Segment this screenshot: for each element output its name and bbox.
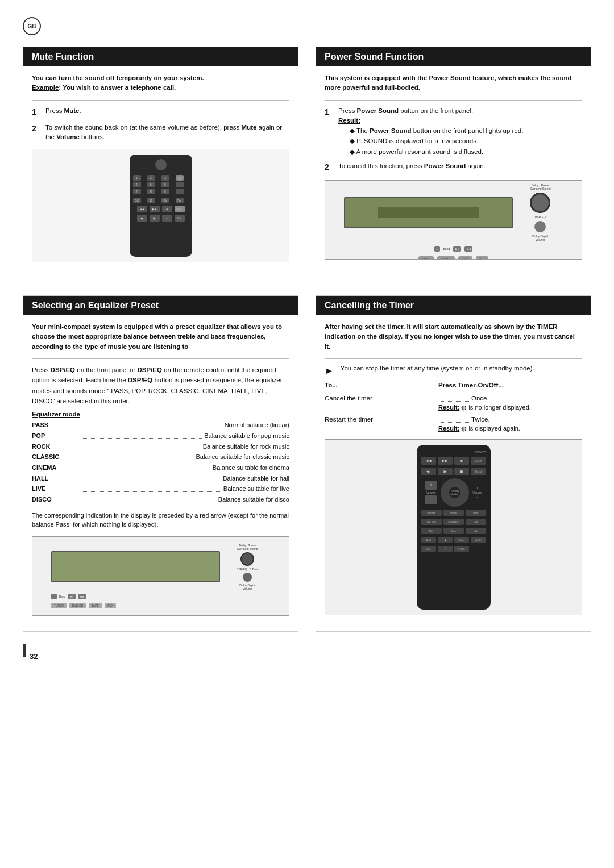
transport-row2: ◀| |▶ □ DK [137,215,185,222]
eq-row-rock: ROCK Balance suitable for rock music [32,441,289,452]
bottom-btn-grid: DS 10 Clr Prg [133,198,189,203]
result-bullet2: P. SOUND is displayed for a few seconds. [350,137,478,144]
cancelling-remote-image: DVD/CD ◀◀ ▶▶ ■ DECK ◀| |▶ ⏹ Band [325,439,582,615]
remote-large: DVD/CD ◀◀ ▶▶ ■ DECK ◀| |▶ ⏹ Band [417,445,491,610]
power-sound-section: Power Sound Function This system is equi… [316,47,591,278]
timer-restart-result: Result: ◍ is displayed again. [325,425,582,432]
eq-panel-image: Dolby PowerSurround Sound DSP/EQ S.Bass … [32,536,289,616]
eq-body: Press DSP/EQ on the front panel or DSP/E… [32,365,289,407]
mute-section: Mute Function You can turn the sound off… [23,47,298,278]
eq-row-hall: HALL Balance suitable for hall [32,473,289,484]
timer-table: To... Press Timer-On/Off... Cancel the t… [325,382,582,432]
cancelling-divider [325,358,582,359]
eq-row-disco: DISCO Balance suitable for disco [32,494,289,505]
eq-row-classic: CLASSIC Balance suitable for classic mus… [32,452,289,462]
rl-btn-grid4: AUX ◀ S.Surr Info Pg [421,537,486,543]
button-grid: 1 2 3 M 4 5 6 7 8 9 [133,175,189,194]
result-bullet1: The Power Sound button on the front pane… [350,127,523,134]
rl-btn-grid3: Nite Tone 1 Hr [421,528,486,534]
power-sound-step1: 1 Press Power Sound button on the front … [325,106,582,157]
mute-step2: 2 To switch the sound back on (at the sa… [32,123,289,143]
rl-nav-ring: TuningMode [441,478,469,507]
eq-row-pass: PASS Normal balance (linear) [32,420,289,431]
mute-intro: You can turn the sound off temporarily o… [32,73,289,93]
rl-transport1: ◀◀ ▶▶ ■ DECK [421,457,486,465]
power-btn [155,159,167,170]
eq-row-live: LIVE Balance suitable for live [32,483,289,494]
rl-top-labels: DVD/CD [421,450,486,454]
equalizer-section: Selecting an Equalizer Preset Your mini-… [23,295,298,632]
timer-cancel-result: Result: ◍ is no longer displayed. [325,404,582,411]
power-sound-title: Power Sound Function [316,47,591,66]
eq-row-pop: POP Balance suitable for pop music [32,431,289,441]
transport-row: ◀◀ ▶▶ ■ DVD [137,206,185,212]
timer-table-header: To... Press Timer-On/Off... [325,382,582,391]
page-number: 32 [30,652,38,661]
rl-btn-grid5: Mute ▼ Vol Dn [421,546,486,552]
eq-divider [32,358,289,359]
eq-row-cinema: CINEMA Balance suitable for cinema [32,462,289,473]
mute-title: Mute Function [23,47,298,66]
eq-footnote: The corresponding indication in the disp… [32,511,289,529]
power-sound-step2: 2 To cancel this function, press Power S… [325,161,582,173]
cancelling-arrow-text: ► You can stop the timer at any time (sy… [325,365,582,376]
gb-badge: GB [23,17,41,35]
cancelling-intro: After having set the timer, it will star… [325,322,582,352]
power-sound-divider [325,100,582,101]
mute-step1: 1 Press Mute. [32,106,289,118]
power-sound-panel-image: Dolby PowerSurround Sound DSP/EQ Dolby D… [325,180,582,260]
equalizer-intro: Your mini-compact system is equipped wit… [32,322,289,352]
rl-btn-grid1: Band/M Repeat Timer [421,510,486,516]
mute-divider [32,100,289,101]
rl-nav-center: TuningMode [449,487,460,498]
rl-vol: + Volume − TuningMode ∧ Volume − [421,478,486,507]
result-line: Result: [338,116,582,126]
remote-small: 1 2 3 M 4 5 6 7 8 9 DS [130,155,192,257]
page-marker [23,644,26,657]
result-bullet3: A more powerful resonant sound is diffus… [350,148,483,155]
timer-row-restart: Restart the timer Twice. [325,416,582,423]
rl-transport2: ◀| |▶ ⏹ Band [421,468,486,475]
timer-row-cancel: Cancel the timer Once. [325,395,582,402]
equalizer-title: Selecting an Equalizer Preset [23,296,298,315]
eq-mode-heading: Equalizer mode [32,411,289,418]
cancelling-title: Cancelling the Timer [316,296,591,315]
mute-remote-image: 1 2 3 M 4 5 6 7 8 9 DS [32,149,289,262]
cancelling-section: Cancelling the Timer After having set th… [316,295,591,632]
rl-btn-grid2: Test Tone Sound EQ Dim [421,519,486,525]
page-footer: 32 [23,641,591,661]
power-sound-intro: This system is equipped with the Power S… [325,73,582,93]
eq-table: PASS Normal balance (linear) POP Balance… [32,420,289,505]
